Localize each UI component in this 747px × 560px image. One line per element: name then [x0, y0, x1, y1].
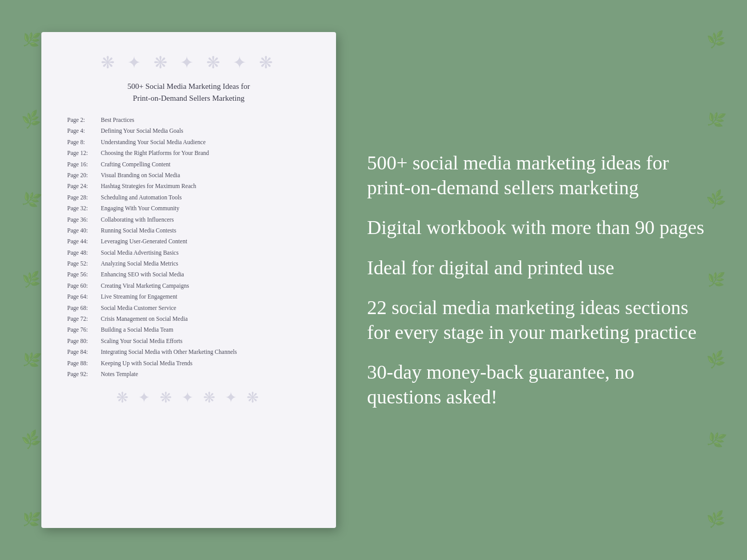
toc-item: Page 4:Defining Your Social Media Goals [67, 126, 310, 135]
toc-item: Page 68:Social Media Customer Service [67, 303, 310, 313]
toc-page-number: Page 32: [67, 204, 101, 213]
toc-chapter-title: Best Practices [101, 115, 310, 125]
toc-chapter-title: Notes Template [101, 369, 310, 379]
toc-page-number: Page 80: [67, 336, 101, 346]
doc-deco-bottom: ❋ ✦ ❋ ✦ ❋ ✦ ❋ [67, 389, 310, 406]
toc-item: Page 76:Building a Social Media Team [67, 325, 310, 334]
toc-chapter-title: Live Streaming for Engagement [101, 292, 310, 301]
toc-chapter-title: Defining Your Social Media Goals [101, 126, 310, 135]
toc-page-number: Page 12: [67, 148, 101, 158]
toc-chapter-title: Creating Viral Marketing Campaigns [101, 281, 310, 290]
toc-page-number: Page 84: [67, 347, 101, 356]
toc-page-number: Page 48: [67, 248, 101, 257]
toc-item: Page 8:Understanding Your Social Media A… [67, 137, 310, 147]
toc-item: Page 84:Integrating Social Media with Ot… [67, 347, 310, 356]
toc-chapter-title: Integrating Social Media with Other Mark… [101, 347, 310, 356]
toc-page-number: Page 92: [67, 369, 101, 379]
feature-item: Digital workbook with more than 90 pages [367, 215, 706, 240]
toc-chapter-title: Keeping Up with Social Media Trends [101, 359, 310, 368]
toc-page-number: Page 2: [67, 115, 101, 125]
toc-page-number: Page 64: [67, 292, 101, 301]
toc-chapter-title: Building a Social Media Team [101, 325, 310, 334]
feature-item: 30-day money-back guarantee, no question… [367, 360, 706, 409]
toc-chapter-title: Visual Branding on Social Media [101, 170, 310, 180]
feature-item: Ideal for digital and printed use [367, 256, 706, 281]
toc-chapter-title: Running Social Media Contests [101, 226, 310, 235]
toc-page-number: Page 36: [67, 215, 101, 224]
toc-chapter-title: Leveraging User-Generated Content [101, 237, 310, 246]
toc-item: Page 32:Engaging With Your Community [67, 204, 310, 213]
toc-chapter-title: Scaling Your Social Media Efforts [101, 336, 310, 346]
features-panel: 500+ social media marketing ideas for pr… [367, 141, 706, 419]
toc-item: Page 24:Hashtag Strategies for Maximum R… [67, 181, 310, 191]
toc-page-number: Page 28: [67, 193, 101, 202]
toc-item: Page 12:Choosing the Right Platforms for… [67, 148, 310, 158]
toc-chapter-title: Scheduling and Automation Tools [101, 193, 310, 202]
toc-chapter-title: Understanding Your Social Media Audience [101, 137, 310, 147]
toc-page-number: Page 52: [67, 259, 101, 268]
toc-page-number: Page 56: [67, 270, 101, 279]
toc-page-number: Page 16: [67, 160, 101, 169]
document-preview: ❋ ✦ ❋ ✦ ❋ ✦ ❋ 500+ Social Media Marketin… [41, 32, 336, 528]
toc-chapter-title: Social Media Advertising Basics [101, 248, 310, 257]
toc-item: Page 28:Scheduling and Automation Tools [67, 193, 310, 202]
toc-page-number: Page 44: [67, 237, 101, 246]
toc-page-number: Page 8: [67, 137, 101, 147]
toc-chapter-title: Hashtag Strategies for Maximum Reach [101, 181, 310, 191]
toc-item: Page 16:Crafting Compelling Content [67, 160, 310, 169]
toc-item: Page 88:Keeping Up with Social Media Tre… [67, 359, 310, 368]
toc-chapter-title: Engaging With Your Community [101, 204, 310, 213]
toc-chapter-title: Enhancing SEO with Social Media [101, 270, 310, 279]
feature-item: 500+ social media marketing ideas for pr… [367, 151, 706, 200]
toc-item: Page 52:Analyzing Social Media Metrics [67, 259, 310, 268]
toc-page-number: Page 20: [67, 170, 101, 180]
toc-item: Page 56:Enhancing SEO with Social Media [67, 270, 310, 279]
toc-item: Page 36:Collaborating with Influencers [67, 215, 310, 224]
toc-item: Page 20:Visual Branding on Social Media [67, 170, 310, 180]
document-title: 500+ Social Media Marketing Ideas for Pr… [67, 81, 310, 104]
toc-chapter-title: Social Media Customer Service [101, 303, 310, 313]
doc-deco-top: ❋ ✦ ❋ ✦ ❋ ✦ ❋ [67, 53, 310, 72]
toc-page-number: Page 88: [67, 359, 101, 368]
table-of-contents: Page 2:Best PracticesPage 4:Defining You… [67, 115, 310, 379]
toc-item: Page 60:Creating Viral Marketing Campaig… [67, 281, 310, 290]
toc-page-number: Page 72: [67, 314, 101, 323]
toc-item: Page 64:Live Streaming for Engagement [67, 292, 310, 301]
toc-chapter-title: Choosing the Right Platforms for Your Br… [101, 148, 310, 158]
toc-page-number: Page 40: [67, 226, 101, 235]
toc-chapter-title: Crafting Compelling Content [101, 160, 310, 169]
toc-item: Page 48:Social Media Advertising Basics [67, 248, 310, 257]
toc-item: Page 72:Crisis Management on Social Medi… [67, 314, 310, 323]
toc-page-number: Page 60: [67, 281, 101, 290]
toc-page-number: Page 4: [67, 126, 101, 135]
toc-item: Page 44:Leveraging User-Generated Conten… [67, 237, 310, 246]
toc-chapter-title: Crisis Management on Social Media [101, 314, 310, 323]
toc-chapter-title: Collaborating with Influencers [101, 215, 310, 224]
toc-page-number: Page 76: [67, 325, 101, 334]
main-container: ❋ ✦ ❋ ✦ ❋ ✦ ❋ 500+ Social Media Marketin… [0, 0, 747, 560]
toc-page-number: Page 24: [67, 181, 101, 191]
feature-item: 22 social media marketing ideas sections… [367, 295, 706, 345]
toc-chapter-title: Analyzing Social Media Metrics [101, 259, 310, 268]
toc-page-number: Page 68: [67, 303, 101, 313]
toc-item: Page 92:Notes Template [67, 369, 310, 379]
toc-item: Page 80:Scaling Your Social Media Effort… [67, 336, 310, 346]
toc-item: Page 2:Best Practices [67, 115, 310, 125]
toc-item: Page 40:Running Social Media Contests [67, 226, 310, 235]
